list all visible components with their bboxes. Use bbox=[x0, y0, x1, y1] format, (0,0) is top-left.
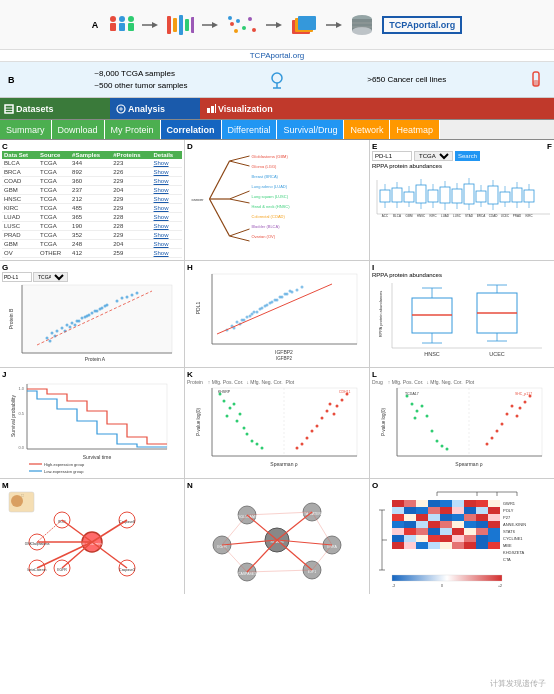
svg-rect-395 bbox=[476, 535, 488, 542]
svg-point-248 bbox=[261, 447, 264, 450]
svg-text:0: 0 bbox=[441, 584, 443, 588]
gene-search-input[interactable] bbox=[372, 151, 412, 161]
files-icon bbox=[290, 14, 318, 36]
dataset-g-select[interactable]: TCGA bbox=[33, 272, 68, 282]
svg-point-20 bbox=[252, 28, 256, 32]
svg-rect-351 bbox=[488, 500, 500, 507]
panel-o-label: O bbox=[372, 481, 552, 490]
svg-rect-415 bbox=[392, 575, 502, 581]
svg-text:Breast (BRCA): Breast (BRCA) bbox=[252, 174, 279, 179]
people-icon bbox=[106, 14, 134, 36]
cancer-tree-svg: cancer Glioblastoma (GBM) Glioma (LGG) B… bbox=[187, 151, 367, 246]
other-samples-text: ~500 other tumor samples bbox=[94, 80, 187, 92]
svg-point-195 bbox=[259, 308, 262, 311]
svg-rect-387 bbox=[488, 528, 500, 535]
svg-rect-8 bbox=[167, 16, 171, 34]
panel-k-headers: Protein↑ Mfg. Pos. Cor.↓ Mfg. Neg. Cor.P… bbox=[187, 379, 367, 385]
dna-data-icon bbox=[166, 14, 194, 36]
protein-a-input[interactable] bbox=[2, 272, 32, 282]
svg-text:TCGA17: TCGA17 bbox=[405, 392, 419, 396]
svg-point-286 bbox=[496, 430, 499, 433]
svg-point-192 bbox=[243, 319, 246, 322]
svg-text:RPPA protein abundances: RPPA protein abundances bbox=[378, 291, 383, 338]
svg-text:Glioblastoma (GBM): Glioblastoma (GBM) bbox=[252, 154, 289, 159]
tab-download[interactable]: Download bbox=[52, 120, 105, 139]
tab-summary[interactable]: Summary bbox=[0, 120, 52, 139]
tab-my-protein[interactable]: My Protein bbox=[105, 120, 161, 139]
tab-heatmap[interactable]: Heatmap bbox=[390, 120, 440, 139]
svg-rect-390 bbox=[416, 535, 428, 542]
scatter-icon bbox=[226, 14, 258, 36]
svg-text:E2F1: E2F1 bbox=[308, 570, 316, 574]
show-link[interactable]: Show bbox=[154, 169, 169, 175]
svg-text:Bladder (BLCA): Bladder (BLCA) bbox=[252, 224, 281, 229]
svg-rect-385 bbox=[464, 528, 476, 535]
svg-point-282 bbox=[516, 415, 519, 418]
svg-point-246 bbox=[251, 440, 254, 443]
tab-network[interactable]: Network bbox=[344, 120, 390, 139]
show-link[interactable]: Show bbox=[154, 241, 169, 247]
table-row: LUADTCGA365228Show bbox=[2, 213, 182, 222]
svg-text:STAT6: STAT6 bbox=[503, 529, 516, 534]
svg-point-140 bbox=[51, 332, 54, 335]
svg-point-156 bbox=[74, 324, 77, 327]
svg-rect-38 bbox=[533, 80, 539, 86]
show-link[interactable]: Show bbox=[154, 160, 169, 166]
show-link[interactable]: Show bbox=[154, 187, 169, 193]
tab-differential[interactable]: Differential bbox=[222, 120, 278, 139]
panel-m-label: M bbox=[2, 481, 182, 490]
svg-point-256 bbox=[316, 425, 319, 428]
svg-text:LUAD: LUAD bbox=[441, 214, 450, 218]
show-link[interactable]: Show bbox=[154, 223, 169, 229]
svg-point-176 bbox=[236, 321, 239, 324]
svg-point-257 bbox=[311, 430, 314, 433]
svg-line-50 bbox=[210, 199, 230, 236]
svg-rect-124 bbox=[512, 188, 522, 202]
svg-text:PDL1: PDL1 bbox=[195, 302, 201, 315]
search-button[interactable]: Search bbox=[455, 151, 480, 161]
svg-rect-10 bbox=[179, 15, 183, 35]
correlation-search: TCGA bbox=[2, 272, 182, 282]
svg-text:Head & neck (HNSC): Head & neck (HNSC) bbox=[252, 204, 291, 209]
svg-line-335 bbox=[247, 540, 277, 572]
tab-correlation[interactable]: Correlation bbox=[161, 120, 222, 139]
show-link[interactable]: Show bbox=[154, 214, 169, 220]
show-link[interactable]: Show bbox=[154, 196, 169, 202]
tcpa-url-label: TCPAportal.org bbox=[0, 50, 554, 62]
arrow-icon-4 bbox=[326, 19, 342, 31]
svg-rect-343 bbox=[392, 500, 404, 507]
panel-l-headers: Drug↑ Mfg. Pos. Cor.↓ Mfg. Neg. Cor.Plot bbox=[372, 379, 552, 385]
show-link[interactable]: Show bbox=[154, 178, 169, 184]
panel-k: K Protein↑ Mfg. Pos. Cor.↓ Mfg. Neg. Cor… bbox=[185, 368, 369, 478]
tcpa-portal-box[interactable]: TCPAportal.org bbox=[382, 16, 462, 34]
show-link[interactable]: Show bbox=[154, 232, 169, 238]
svg-line-54 bbox=[230, 199, 250, 203]
show-link[interactable]: Show bbox=[154, 205, 169, 211]
svg-text:-2: -2 bbox=[392, 584, 395, 588]
svg-rect-368 bbox=[476, 514, 488, 521]
svg-rect-1 bbox=[110, 23, 116, 31]
svg-rect-376 bbox=[464, 521, 476, 528]
panel-n: N SCAD6 TRANSGLUTAMINASE BETA-CATENIN ER… bbox=[185, 479, 369, 594]
svg-rect-47 bbox=[215, 104, 216, 113]
svg-point-273 bbox=[421, 405, 424, 408]
panel-j-label: J bbox=[2, 370, 182, 379]
panel-d: D cancer Glioblastoma (GBM) Glioma (LGG)… bbox=[185, 140, 369, 260]
svg-rect-352 bbox=[392, 507, 404, 514]
svg-point-252 bbox=[333, 413, 336, 416]
panel-l-label: L bbox=[372, 370, 552, 379]
svg-rect-26 bbox=[298, 16, 316, 30]
col-source: Source bbox=[38, 151, 70, 159]
svg-rect-364 bbox=[428, 514, 440, 521]
svg-point-276 bbox=[436, 440, 439, 443]
svg-rect-405 bbox=[488, 542, 500, 549]
table-row: HNSCTCGA212229Show bbox=[2, 195, 182, 204]
table-row: BRCATCGA892226Show bbox=[2, 168, 182, 177]
svg-line-342 bbox=[222, 515, 247, 545]
show-link[interactable]: Show bbox=[154, 250, 169, 256]
tab-survival-drug[interactable]: Survival/Drug bbox=[277, 120, 344, 139]
svg-line-338 bbox=[312, 512, 332, 545]
svg-text:BRCA: BRCA bbox=[477, 214, 485, 218]
dataset-select[interactable]: TCGA bbox=[414, 151, 453, 161]
svg-text:GBM: GBM bbox=[406, 214, 413, 218]
